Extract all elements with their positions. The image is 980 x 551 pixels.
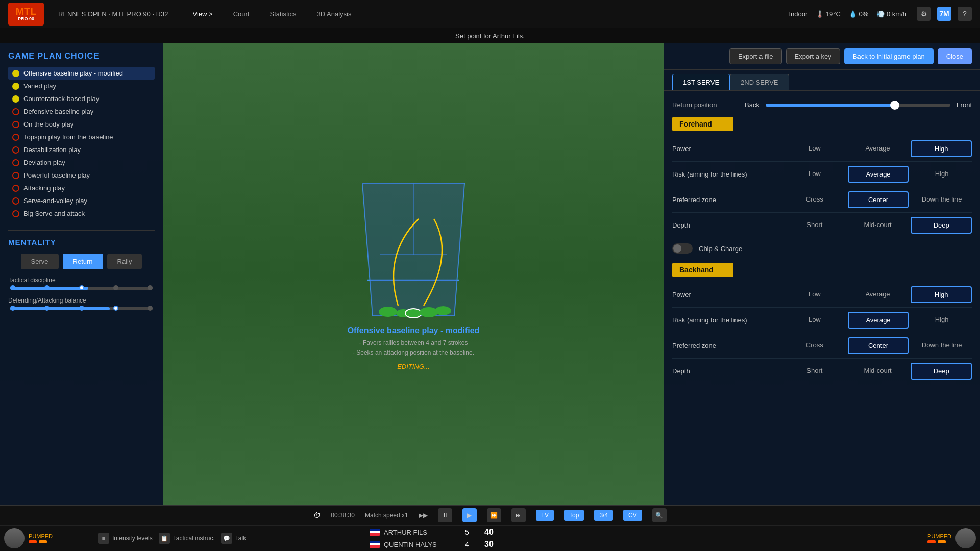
forehand-power-average[interactable]: Average bbox=[848, 140, 908, 157]
game-plan-title: GAME PLAN CHOICE bbox=[8, 52, 155, 61]
play-item-powerful[interactable]: Powerful baseline play bbox=[8, 169, 155, 182]
backhand-power-high[interactable]: High bbox=[911, 286, 972, 303]
backhand-power-low[interactable]: Low bbox=[785, 286, 845, 303]
forehand-depth-short[interactable]: Short bbox=[785, 217, 845, 234]
search-button[interactable]: 🔍 bbox=[652, 508, 667, 522]
backhand-depth-midcourt[interactable]: Mid-court bbox=[848, 363, 908, 380]
play-item-deviation[interactable]: Deviation play bbox=[8, 156, 155, 169]
game-plan-panel: GAME PLAN CHOICE Offensive baseline play… bbox=[0, 43, 163, 505]
intensity-levels-button[interactable]: ≡ Intensity levels bbox=[98, 533, 153, 544]
main-content: GAME PLAN CHOICE Offensive baseline play… bbox=[0, 43, 980, 505]
nav-statistics[interactable]: Statistics bbox=[260, 7, 305, 21]
tactical-discipline-label: Tactical discipline bbox=[8, 277, 155, 284]
tactical-discipline-track[interactable] bbox=[10, 287, 153, 290]
help-icon[interactable]: ? bbox=[958, 7, 972, 21]
3-4-view-button[interactable]: 3/4 bbox=[594, 510, 613, 521]
backhand-power-average[interactable]: Average bbox=[848, 286, 908, 303]
dot-red-ring bbox=[12, 210, 19, 217]
cv-view-button[interactable]: CV bbox=[623, 510, 642, 521]
play-label: Destabilization play bbox=[23, 146, 81, 154]
back-to-initial-button[interactable]: Back to initial game plan bbox=[844, 48, 934, 64]
forehand-risk-label: Risk (aiming for the lines) bbox=[672, 170, 785, 178]
return-position-slider[interactable] bbox=[766, 104, 950, 107]
play-item-offensive-baseline[interactable]: Offensive baseline play - modified bbox=[8, 67, 155, 80]
svg-point-5 bbox=[379, 307, 397, 317]
backhand-depth-row: Depth Short Mid-court Deep bbox=[672, 359, 972, 384]
tactical-instruc-button[interactable]: 📋 Tactical instruc. bbox=[159, 533, 215, 544]
settings-content[interactable]: Return position Back Front Forehand Powe… bbox=[664, 91, 980, 505]
backhand-zone-center[interactable]: Center bbox=[848, 337, 909, 354]
play-item-big-serve[interactable]: Big Serve and attack bbox=[8, 207, 155, 220]
settings-icon[interactable]: ⚙ bbox=[917, 7, 931, 21]
backhand-depth-deep[interactable]: Deep bbox=[911, 363, 972, 380]
intensity-icon: ≡ bbox=[98, 533, 109, 544]
backhand-risk-average[interactable]: Average bbox=[848, 312, 909, 329]
nav-3d-analysis[interactable]: 3D Analysis bbox=[308, 7, 361, 21]
match-speed-display: Match speed x1 bbox=[365, 512, 408, 519]
forehand-depth-midcourt[interactable]: Mid-court bbox=[848, 217, 908, 234]
play-item-attacking[interactable]: Attacking play bbox=[8, 182, 155, 194]
play-item-counterattack[interactable]: Counterattack-based play bbox=[8, 92, 155, 105]
score-row: PUMPED ≡ Intensity levels 📋 Tactical ins… bbox=[0, 526, 980, 551]
talk-icon: 💬 bbox=[221, 533, 232, 544]
forehand-zone-down-line[interactable]: Down the line bbox=[912, 191, 972, 208]
backhand-depth-short[interactable]: Short bbox=[785, 363, 845, 380]
backhand-zone-cross[interactable]: Cross bbox=[785, 337, 845, 354]
forehand-preferred-zone-row: Preferred zone Cross Center Down the lin… bbox=[672, 187, 972, 213]
weather-temp: 🌡️ 19°C bbox=[816, 10, 841, 18]
serve-return-buttons: Serve Return Rally bbox=[8, 254, 155, 269]
play-label: Powerful baseline play bbox=[23, 171, 90, 179]
talk-button[interactable]: 💬 Talk bbox=[221, 533, 246, 544]
play-item-serve-volley[interactable]: Serve-and-volley play bbox=[8, 194, 155, 207]
pause-button[interactable]: ⏸ bbox=[438, 508, 452, 522]
chip-charge-label: Chip & Charge bbox=[699, 245, 742, 253]
tv-view-button[interactable]: TV bbox=[536, 510, 554, 521]
backhand-section: Backhand Power Low Average High Risk (ai… bbox=[672, 263, 972, 384]
play-item-destabilization[interactable]: Destabilization play bbox=[8, 143, 155, 156]
chip-charge-toggle[interactable] bbox=[672, 243, 693, 254]
play-info-text: Offensive baseline play - modified - Fav… bbox=[348, 326, 480, 370]
play-item-varied[interactable]: Varied play bbox=[8, 80, 155, 92]
forehand-risk-average[interactable]: Average bbox=[848, 166, 909, 183]
export-key-button[interactable]: Export a key bbox=[786, 48, 840, 64]
skip-button[interactable]: ⏭ bbox=[511, 508, 526, 522]
playback-controls: ⏱ 00:38:30 Match speed x1 ▶▶ ⏸ ▶ ⏩ ⏭ TV … bbox=[0, 506, 980, 526]
serve-button[interactable]: Serve bbox=[21, 254, 59, 269]
tactical-icon: 📋 bbox=[159, 533, 170, 544]
backhand-power-options: Low Average High bbox=[785, 286, 972, 303]
tab-2nd-serve[interactable]: 2ND SERVE bbox=[730, 74, 789, 90]
forehand-power-high[interactable]: High bbox=[911, 140, 972, 157]
forehand-zone-cross[interactable]: Cross bbox=[785, 191, 845, 208]
backhand-risk-options: Low Average High bbox=[785, 312, 972, 329]
play-item-body[interactable]: On the body play bbox=[8, 118, 155, 131]
time-display: 00:38:30 bbox=[331, 512, 355, 519]
user-icon[interactable]: 7M bbox=[937, 7, 951, 21]
logo: MTL PRO 90 bbox=[8, 3, 44, 26]
close-button[interactable]: Close bbox=[938, 48, 972, 64]
nav-view[interactable]: View > bbox=[184, 7, 222, 21]
forehand-depth-deep[interactable]: Deep bbox=[911, 217, 972, 234]
forehand-risk-high[interactable]: High bbox=[912, 166, 972, 183]
rally-button[interactable]: Rally bbox=[107, 254, 142, 269]
backhand-power-label: Power bbox=[672, 291, 785, 298]
play-button[interactable]: ▶ bbox=[462, 508, 477, 522]
forehand-power-low[interactable]: Low bbox=[785, 140, 845, 157]
backhand-preferred-zone-label: Preferred zone bbox=[672, 342, 785, 349]
serve-tabs: 1ST SERVE 2ND SERVE bbox=[664, 70, 980, 91]
forehand-risk-low[interactable]: Low bbox=[785, 166, 845, 183]
weather-info: Indoor 🌡️ 19°C 💧 0% 💨 0 km/h bbox=[789, 10, 906, 18]
forehand-zone-center[interactable]: Center bbox=[848, 191, 909, 208]
play-item-defensive[interactable]: Defensive baseline play bbox=[8, 105, 155, 118]
backhand-risk-low[interactable]: Low bbox=[785, 312, 845, 329]
backhand-zone-down-line[interactable]: Down the line bbox=[912, 337, 972, 354]
tab-1st-serve[interactable]: 1ST SERVE bbox=[672, 74, 730, 90]
return-button[interactable]: Return bbox=[63, 254, 103, 269]
fast-forward-button[interactable]: ⏩ bbox=[487, 508, 501, 522]
defending-balance-track[interactable] bbox=[10, 307, 153, 310]
backhand-risk-high[interactable]: High bbox=[912, 312, 972, 329]
top-view-button[interactable]: Top bbox=[564, 510, 584, 521]
nav-court[interactable]: Court bbox=[224, 7, 259, 21]
play-item-topspin[interactable]: Topspin play from the baseline bbox=[8, 131, 155, 143]
dot-yellow bbox=[12, 83, 19, 90]
export-file-button[interactable]: Export a file bbox=[729, 48, 782, 64]
